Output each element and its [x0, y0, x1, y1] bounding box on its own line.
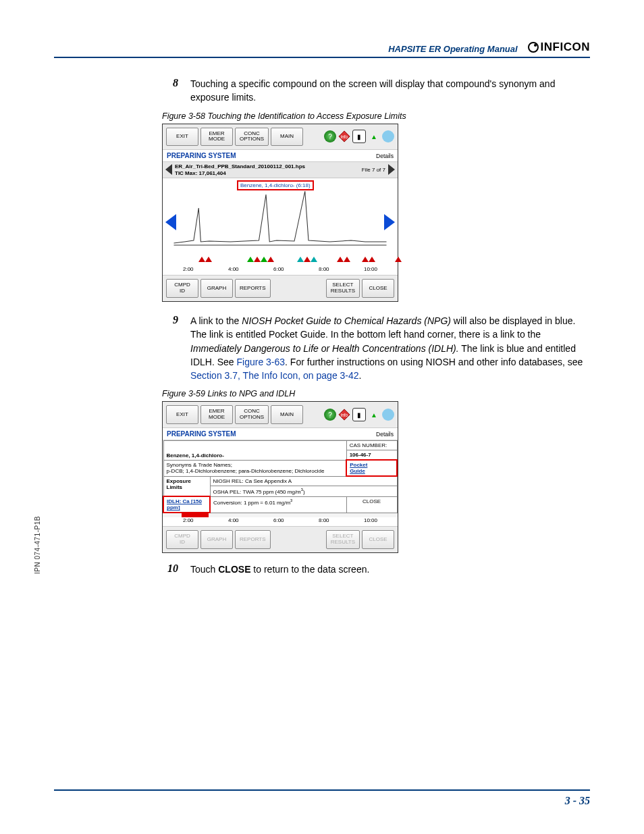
close-button: CLOSE: [362, 530, 394, 549]
tick: 8:00: [319, 266, 329, 272]
globe-icon[interactable]: [382, 130, 394, 142]
page-number: 3 - 35: [565, 795, 590, 807]
file-counter: File 7 of 7: [362, 167, 385, 173]
figure-59-ui: EXIT EMER MODE CONC OPTIONS MAIN ? info …: [162, 401, 398, 552]
graph-button[interactable]: GRAPH: [200, 279, 233, 298]
status-text: PREPARING SYSTEM: [167, 430, 236, 438]
toolbar: EXIT EMER MODE CONC OPTIONS MAIN ? info …: [163, 402, 398, 427]
x-axis: 2:00 4:00 6:00 8:00 10:00: [163, 517, 398, 526]
info-icon[interactable]: info: [338, 130, 350, 142]
emer-mode-button[interactable]: EMER MODE: [200, 128, 233, 147]
header: HAPSITE ER Operating Manual INFICON: [54, 41, 590, 58]
synonyms-label: Synonyms & Trade Names;: [167, 462, 344, 468]
svg-point-0: [529, 43, 538, 52]
step-text: A link to the NIOSH Pocket Guide to Chem…: [190, 314, 590, 382]
conversion: Conversion: 1 ppm = 6.01 mg/m3: [210, 496, 346, 513]
conc-options-button[interactable]: CONC OPTIONS: [235, 128, 269, 147]
tick: 10:00: [364, 517, 377, 523]
close-button[interactable]: CLOSE: [362, 279, 394, 298]
step-9: 9 A link to the NIOSH Pocket Guide to Ch…: [162, 314, 590, 382]
scroll-left-icon[interactable]: [165, 214, 176, 230]
peak-tooltip[interactable]: Benzene, 1,4-dichloro- (6:18): [237, 180, 314, 190]
reports-button[interactable]: REPORTS: [235, 279, 271, 298]
filename: ER_Air_Tri-Bed_PPB_Standard_20100112_001…: [175, 163, 359, 170]
tree-icon[interactable]: ▲: [368, 409, 380, 421]
help-icon[interactable]: ?: [324, 409, 336, 421]
brand-logo: INFICON: [527, 41, 590, 54]
figure-caption-58: Figure 3-58 Touching the Identification …: [162, 111, 590, 121]
info-icon[interactable]: info: [338, 409, 350, 421]
graph-button: GRAPH: [200, 530, 233, 549]
step-number: 10: [162, 563, 178, 576]
svg-text:info: info: [341, 134, 348, 139]
logo-text: INFICON: [541, 41, 590, 54]
tick: 8:00: [319, 517, 329, 523]
step-number: 8: [162, 77, 178, 105]
main-button[interactable]: MAIN: [271, 128, 303, 147]
page-footer: 3 - 35: [54, 789, 590, 807]
chart-line: [167, 181, 394, 249]
svg-point-1: [534, 44, 537, 47]
x-axis: 2:00 4:00 6:00 8:00 10:00: [163, 266, 398, 275]
tick: 2:00: [183, 266, 194, 272]
main-button[interactable]: MAIN: [271, 405, 303, 424]
section-link[interactable]: Section 3.7, The Info Icon, on page 3-42: [190, 370, 359, 381]
tick: 6:00: [273, 266, 284, 272]
chromatogram[interactable]: Benzene, 1,4-dichloro- (6:18): [163, 178, 398, 266]
logo-icon: [527, 41, 539, 53]
pocket-guide-link[interactable]: Pocket Guide: [346, 460, 397, 476]
exit-button[interactable]: EXIT: [166, 128, 198, 147]
exposure-limits-label: Exposure Limits: [163, 476, 210, 496]
step-10: 10 Touch CLOSE to return to the data scr…: [162, 563, 590, 576]
tick: 6:00: [273, 517, 284, 523]
compound-name: Benzene, 1,4-dichloro-: [167, 452, 224, 459]
document-part-number: IPN 074-471-P1B: [34, 516, 41, 574]
tick: 2:00: [183, 517, 194, 523]
details-button[interactable]: Details: [376, 431, 394, 438]
prev-file-icon[interactable]: [165, 164, 172, 176]
osha-pel: OSHA PEL: TWA 75 ppm (450 mg/m3): [210, 486, 397, 497]
compound-info-panel: Benzene, 1,4-dichloro- CAS NUMBER: 106-4…: [163, 440, 398, 513]
cas-number-label: CAS NUMBER:: [346, 441, 397, 450]
emer-mode-button[interactable]: EMER MODE: [200, 405, 233, 424]
synonyms-value: p-DCB; 1,4-Dichlorobenzene; para-Dichlor…: [167, 468, 344, 474]
niosh-rel: NIOSH REL: Ca See Appendix A: [210, 476, 397, 486]
figure-link[interactable]: Figure 3-63: [236, 357, 285, 367]
globe-icon[interactable]: [382, 409, 394, 421]
cmpd-id-button: CMPD ID: [166, 530, 198, 549]
figure-58-ui: EXIT EMER MODE CONC OPTIONS MAIN ? info …: [162, 124, 398, 302]
tick: 10:00: [364, 266, 377, 272]
conc-options-button[interactable]: CONC OPTIONS: [235, 405, 269, 424]
reports-button: REPORTS: [235, 530, 271, 549]
battery-icon: ▮: [352, 130, 366, 143]
cas-number-value: 106-46-7: [346, 450, 397, 461]
exit-button[interactable]: EXIT: [166, 405, 198, 424]
step-number: 9: [162, 314, 178, 382]
details-button[interactable]: Details: [376, 153, 394, 159]
scroll-right-icon[interactable]: [384, 214, 395, 230]
tic-max: TIC Max: 17,061,404: [175, 170, 359, 177]
toolbar: EXIT EMER MODE CONC OPTIONS MAIN ? info …: [163, 124, 398, 150]
next-file-icon[interactable]: [388, 164, 395, 176]
step-8: 8 Touching a specific compound on the sc…: [162, 77, 590, 105]
tree-icon[interactable]: ▲: [368, 130, 380, 142]
select-results-button: SELECT RESULTS: [326, 530, 360, 549]
battery-icon: ▮: [352, 408, 366, 421]
svg-text:info: info: [341, 413, 348, 417]
figure-caption-59: Figure 3-59 Links to NPG and IDLH: [162, 389, 590, 398]
peak-markers: [183, 257, 377, 265]
cmpd-id-button[interactable]: CMPD ID: [166, 279, 198, 298]
panel-close-button[interactable]: CLOSE: [346, 496, 397, 513]
step-text: Touch CLOSE to return to the data screen…: [190, 563, 369, 576]
select-results-button[interactable]: SELECT RESULTS: [326, 279, 360, 298]
step-text: Touching a specific compound on the scre…: [190, 77, 590, 105]
manual-title: HAPSITE ER Operating Manual: [388, 44, 517, 54]
tick: 4:00: [228, 266, 239, 272]
help-icon[interactable]: ?: [324, 130, 336, 142]
status-text: PREPARING SYSTEM: [167, 152, 236, 159]
idlh-link[interactable]: IDLH: Ca [150 ppm]: [163, 496, 210, 513]
tick: 4:00: [228, 517, 239, 523]
